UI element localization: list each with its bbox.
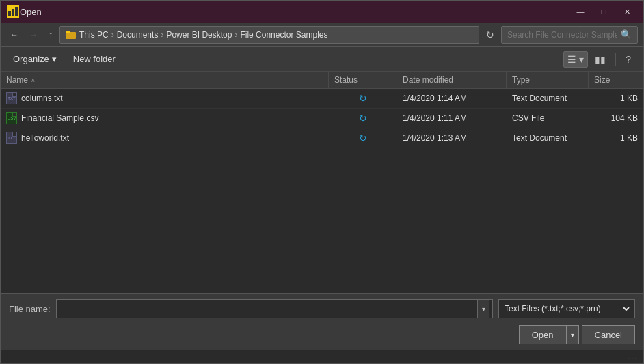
open-dialog: Open — □ ✕ ← → ↑ This PC › Documents › — [0, 0, 644, 364]
file-date-cell: 1/4/2020 1:13 AM — [397, 128, 507, 148]
file-list-header: Name ∧ Status Date modified Type Size — [1, 72, 643, 89]
filename-input-wrap: ▾ — [56, 299, 493, 318]
close-button[interactable]: ✕ — [616, 5, 638, 18]
breadcrumb[interactable]: This PC › Documents › Power BI Desktop ›… — [59, 26, 479, 44]
up-button[interactable]: ↑ — [44, 27, 57, 42]
statusbar-indicator: ... — [628, 353, 638, 361]
col-header-date[interactable]: Date modified — [397, 72, 507, 88]
col-header-type[interactable]: Type — [507, 72, 589, 88]
open-button[interactable]: Open — [520, 326, 566, 344]
sync-icon: ↻ — [359, 132, 367, 143]
help-button[interactable]: ? — [621, 51, 635, 68]
filename-input[interactable] — [59, 304, 477, 314]
file-name-cell: CSV Financial Sample.csv — [1, 109, 329, 128]
file-size-cell: 1 KB — [589, 128, 643, 148]
file-type-cell: Text Document — [507, 128, 589, 148]
filename-dropdown-button[interactable]: ▾ — [477, 300, 489, 318]
back-button[interactable]: ← — [6, 27, 23, 42]
maximize-button[interactable]: □ — [593, 5, 615, 18]
sync-icon: ↻ — [359, 93, 367, 104]
file-size-cell: 104 KB — [589, 109, 643, 128]
file-area: Name ∧ Status Date modified Type Size TX… — [1, 72, 643, 293]
toolbar-right: ☰ ▾ ▮▮ ? — [563, 51, 635, 68]
svg-rect-1 — [8, 11, 11, 16]
file-date-cell: 1/4/2020 1:11 AM — [397, 109, 507, 128]
breadcrumb-powerbi[interactable]: Power BI Desktop — [166, 30, 232, 40]
file-name-cell: TXT helloworld.txt — [1, 128, 329, 148]
toolbar-separator — [615, 53, 616, 66]
window-controls: — □ ✕ — [569, 5, 638, 18]
table-row[interactable]: TXT columns.txt ↻ 1/4/2020 1:14 AM Text … — [1, 89, 643, 109]
file-name-cell: TXT columns.txt — [1, 89, 329, 108]
file-date-cell: 1/4/2020 1:14 AM — [397, 89, 507, 108]
file-type-cell: Text Document — [507, 89, 589, 108]
file-status-cell: ↻ — [329, 89, 397, 108]
titlebar: Open — □ ✕ — [1, 1, 643, 23]
navigation-bar: ← → ↑ This PC › Documents › Power BI Des… — [1, 23, 643, 47]
file-type-cell: CSV File — [507, 109, 589, 128]
breadcrumb-thispc[interactable]: This PC — [79, 30, 109, 40]
cancel-button[interactable]: Cancel — [582, 325, 635, 344]
statusbar: ... — [1, 350, 643, 363]
refresh-button[interactable]: ↻ — [482, 27, 498, 43]
file-type-icon: TXT — [6, 132, 17, 144]
filename-label: File name: — [9, 304, 51, 314]
svg-rect-3 — [15, 7, 18, 16]
breadcrumb-documents[interactable]: Documents — [117, 30, 159, 40]
file-size-cell: 1 KB — [589, 89, 643, 108]
organize-button[interactable]: Organize ▾ — [9, 51, 61, 67]
view-preview-button[interactable]: ▮▮ — [591, 51, 610, 68]
table-row[interactable]: TXT helloworld.txt ↻ 1/4/2020 1:13 AM Te… — [1, 128, 643, 148]
search-box: 🔍 — [501, 26, 638, 44]
file-status-cell: ↻ — [329, 128, 397, 148]
svg-rect-5 — [66, 31, 70, 33]
file-type-icon: TXT — [6, 92, 17, 104]
svg-rect-2 — [12, 9, 14, 16]
open-dropdown-button[interactable]: ▾ — [566, 326, 578, 344]
col-header-size[interactable]: Size — [589, 72, 643, 88]
preview-icon: ▮▮ — [595, 54, 606, 65]
breadcrumb-samples[interactable]: File Connector Samples — [240, 30, 327, 40]
filename-row: File name: ▾ Text Files (*.txt;*.csv;*.p… — [9, 299, 635, 318]
minimize-button[interactable]: — — [569, 5, 591, 18]
file-status-cell: ↻ — [329, 109, 397, 128]
list-view-icon: ☰ ▾ — [567, 54, 584, 65]
search-icon: 🔍 — [621, 29, 632, 40]
file-list-body: TXT columns.txt ↻ 1/4/2020 1:14 AM Text … — [1, 89, 643, 293]
table-row[interactable]: CSV Financial Sample.csv ↻ 1/4/2020 1:11… — [1, 109, 643, 128]
filetype-select[interactable]: Text Files (*.txt;*.csv;*.prn) All Files… — [502, 303, 632, 314]
buttons-row: Open ▾ Cancel — [9, 325, 635, 344]
view-list-button[interactable]: ☰ ▾ — [563, 51, 588, 68]
app-icon — [6, 5, 20, 18]
search-input[interactable] — [507, 30, 617, 40]
forward-button[interactable]: → — [25, 27, 42, 42]
file-type-icon: CSV — [6, 112, 17, 124]
sync-icon: ↻ — [359, 113, 367, 124]
filetype-select-wrap: Text Files (*.txt;*.csv;*.prn) All Files… — [498, 299, 635, 318]
help-icon: ? — [626, 54, 631, 65]
col-header-status[interactable]: Status — [329, 72, 397, 88]
organize-chevron-icon: ▾ — [52, 54, 57, 64]
open-button-wrap: Open ▾ — [519, 325, 579, 344]
col-header-name[interactable]: Name ∧ — [1, 72, 329, 88]
toolbar: Organize ▾ New folder ☰ ▾ ▮▮ ? — [1, 47, 643, 72]
sort-arrow-icon: ∧ — [31, 76, 36, 83]
dialog-title: Open — [20, 7, 569, 17]
bottom-bar: File name: ▾ Text Files (*.txt;*.csv;*.p… — [1, 293, 643, 350]
new-folder-button[interactable]: New folder — [69, 51, 120, 67]
